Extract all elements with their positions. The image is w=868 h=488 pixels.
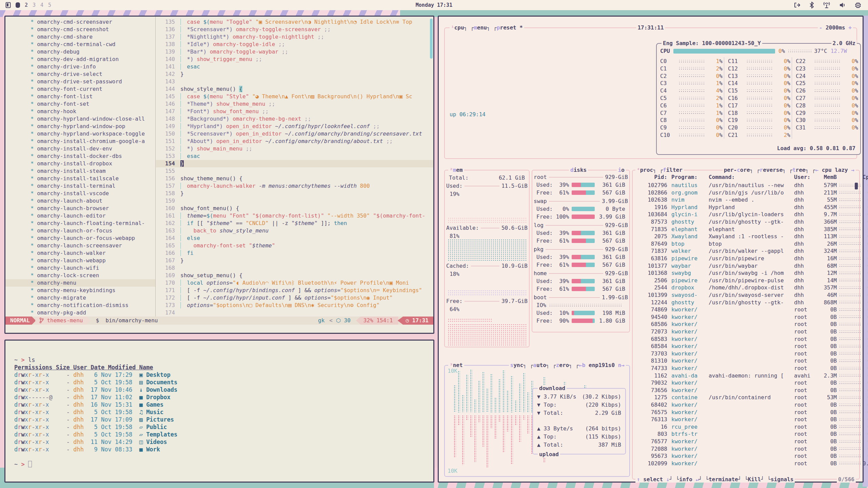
file-list-item[interactable]: * omarchy-hyprland-window-pop xyxy=(5,123,155,130)
code-line[interactable]: 152▏ *) show_main_menu ;; xyxy=(156,145,433,152)
ls-file-row[interactable]: drwxr-xr-x - dhh 6 Nov 17:29 ▣ Desktop xyxy=(14,371,433,379)
file-list-item[interactable]: * omarchy-install-dev-env xyxy=(5,145,155,152)
editor-scrollbar[interactable] xyxy=(430,19,433,59)
process-row[interactable]: 76577kworker/root0B0.0 xyxy=(636,438,854,445)
code-line[interactable]: 154} xyxy=(156,160,433,167)
code-line[interactable]: 173▏ options="$options\n▢ Defaults\n▤ DN… xyxy=(156,302,433,309)
prompt-line-empty[interactable]: ~ > xyxy=(14,461,433,468)
file-list-item[interactable]: * omarchy-drive-set-password xyxy=(5,78,155,85)
code-line[interactable]: 139▏ *Bar*) omarchy-toggle-waybar ;; xyxy=(156,48,433,56)
code-line[interactable]: 163▏ back_to show_style_menu xyxy=(156,227,433,235)
file-list-item[interactable]: * omarchy-cmd-terminal-cwd xyxy=(5,41,155,48)
code-line[interactable]: 166▏ fi xyxy=(156,249,433,257)
process-row[interactable]: 87649btopbtopdhh26M0.0 xyxy=(636,241,854,247)
process-row[interactable]: 68586kworker/root0B0.0 xyxy=(636,321,854,327)
file-list-item[interactable]: * omarchy-hyprland-workspace-toggle xyxy=(5,130,155,138)
process-row[interactable]: 101368swaybg/usr/bin/swaybg -i /homdhh12… xyxy=(636,270,854,276)
file-list-item[interactable]: * omarchy-font-set xyxy=(5,100,155,108)
file-list-item[interactable]: * omarchy-migrate xyxy=(5,294,155,302)
code-line[interactable]: 142} xyxy=(156,70,433,78)
code-line[interactable]: 138▏ *Idle*) omarchy-toggle-idle ;; xyxy=(156,41,433,48)
process-row[interactable]: 102866org.gnom/usr/bin/gjs /usr/lib/odhh… xyxy=(636,189,854,196)
code-line[interactable]: 146▏ *Theme*) show_theme_menu ;; xyxy=(156,100,433,108)
file-list-item[interactable]: * omarchy-install-vscode xyxy=(5,190,155,197)
ls-file-row[interactable]: drwx------@ - dhh 17 Nov 11:02 ■ Dropbox xyxy=(14,393,433,401)
code-line[interactable]: 141▏ esac xyxy=(156,63,433,70)
process-row[interactable]: 16rcu_preeroot0B0.0 xyxy=(636,424,854,430)
proc-footer-left[interactable]: ↑ select ↓┘ └info ↵┘ └terminate┘ └Kill┘ … xyxy=(635,476,795,483)
process-row[interactable]: 71835elephantelephantdhh385M0.0 xyxy=(636,226,854,232)
refresh-interval[interactable]: - 2000ms + xyxy=(818,24,853,31)
code-line[interactable]: 143 xyxy=(156,78,433,85)
file-list-item[interactable]: * omarchy-menu xyxy=(5,279,155,287)
file-list-item[interactable]: * omarchy-install-steam xyxy=(5,167,155,175)
file-list-item[interactable]: * omarchy-debug xyxy=(5,48,155,56)
process-row[interactable]: 1275containe/usr/bin/containerdroot53M0.… xyxy=(636,394,854,401)
process-row[interactable]: 68583kworker/root0B0.0 xyxy=(636,336,854,342)
file-list-item[interactable]: * omarchy-notification-dismiss xyxy=(5,302,155,309)
file-list-item[interactable]: * omarchy-launch-editor xyxy=(5,212,155,220)
ls-file-row[interactable]: drwxr-xr-x - dhh 17 Nov 17:09 ▨ Pictures xyxy=(14,416,433,423)
process-row[interactable]: 1916HyprlandHyprlanddhh455M0.2 xyxy=(636,204,854,210)
code-line[interactable]: 159 xyxy=(156,197,433,205)
ls-file-row[interactable]: drwxr-xr-x - dhh 5 Oct 19:58 ▱ Public xyxy=(14,423,433,431)
file-list-item[interactable]: * omarchy-lock-screen xyxy=(5,272,155,279)
ls-file-row[interactable]: drwxr-xr-x - dhh 9 Nov 08:33 ■ Work xyxy=(14,446,433,453)
process-row[interactable]: 63816pipewire/usr/bin/pipewiredhh16M0.0 xyxy=(636,255,854,262)
code-pane[interactable]: 135▏ case $(menu "Toggle" "▣ Screensaver… xyxy=(156,17,433,317)
code-line[interactable]: 170▏ local options="◖ Audio\n◠ Wifi\nᛒ B… xyxy=(156,279,433,287)
code-line[interactable]: 144show_style_menu() { xyxy=(156,85,433,93)
process-row[interactable]: 12244ghostty/usr/bin/ghostty --gtk-dhh86… xyxy=(636,299,854,306)
proc-scrollbar[interactable] xyxy=(855,183,858,189)
file-list-item[interactable]: * omarchy-launch-or-focus xyxy=(5,227,155,235)
code-line[interactable]: 147▏ *Font*) show_font_menu ;; xyxy=(156,108,433,115)
process-row[interactable]: 2506pipewire/usr/bin/pipewire-pulsedhh14… xyxy=(636,277,854,284)
mem-box-title[interactable]: ²mem xyxy=(448,167,464,173)
cpu-box-tabs[interactable]: ¹cpu┐ ┌menu┐ ┌preset * xyxy=(450,24,524,31)
process-row[interactable]: 81310kworker/root0B0.0 xyxy=(636,358,854,364)
file-list-item[interactable]: * omarchy-hook xyxy=(5,108,155,115)
code-line[interactable]: 156show_theme_menu() { xyxy=(156,175,433,182)
process-row[interactable]: 94540kworker/root0B0.0 xyxy=(636,314,854,320)
file-list-item[interactable]: * omarchy-launch-webapp xyxy=(5,257,155,264)
ls-file-row[interactable]: drwxr-xr-x - dhh 11 Nov 14:29 ◫ Videos xyxy=(14,438,433,446)
file-list-item[interactable]: * omarchy-cmd-share xyxy=(5,33,155,41)
terminal-output[interactable]: ~ > lsPermissions Size User Date Modifie… xyxy=(5,341,433,468)
process-row[interactable]: 2544dropbox/home/dhh/.dropbox-distdhh357… xyxy=(636,284,854,291)
code-line[interactable]: 168 xyxy=(156,264,433,272)
code-line[interactable]: 150▏ *Screensaver*) open_in_editor ~/.co… xyxy=(156,130,433,138)
ls-file-row[interactable]: drwxr-xr-x - dhh 16 Nov 15:31 ■ Games xyxy=(14,401,433,408)
process-row[interactable]: 1162avahi-daavahi-daemon: running [avahi… xyxy=(636,372,854,379)
code-line[interactable]: 160show_font_menu() { xyxy=(156,205,433,212)
code-line[interactable]: 162▏ if [[ "$theme" == "CNCLD" || -z "$t… xyxy=(156,220,433,227)
file-list-item[interactable]: * omarchy-dev-add-migration xyxy=(5,56,155,63)
code-line[interactable]: 151▏ *About*) open_in_editor ~/.config/o… xyxy=(156,138,433,145)
ls-file-row[interactable]: drwxr-xr-x - dhh 5 Oct 19:58 ▱ Templates xyxy=(14,431,433,438)
proc-header-row[interactable]: Pid: Program: Command: User: MemB Cpu% ↑ xyxy=(636,174,854,180)
process-row[interactable]: 803btrfs-trroot0B0.0 xyxy=(636,431,854,437)
io-tab[interactable]: io xyxy=(617,167,626,173)
code-line[interactable]: 140▏ *) show_trigger_menu ;; xyxy=(156,56,433,63)
ls-file-row[interactable]: drwxr-xr-x - dhh 5 Oct 19:58 ▤ Documents xyxy=(14,379,433,386)
file-list-item[interactable]: * omarchy-pkg-add xyxy=(5,309,155,317)
process-row[interactable]: 103684glycin-i/usr/lib/glycin-loadersdhh… xyxy=(636,211,854,218)
file-list-item[interactable]: * omarchy-launch-wifi xyxy=(5,264,155,272)
code-line[interactable]: 137▏ *Nightlight*) omarchy-toggle-nightl… xyxy=(156,33,433,41)
code-line[interactable]: 145▏ case $(menu "Style" "◕ Theme\n▲ Fon… xyxy=(156,93,433,100)
file-list-item[interactable]: * omarchy-cmd-screenshot xyxy=(5,26,155,33)
file-list-item[interactable]: * omarchy-launch-about xyxy=(5,197,155,205)
code-line[interactable]: 172▏ [ -f ~/.config/hypr/input.conf ] &&… xyxy=(156,294,433,302)
file-list-item[interactable]: * omarchy-install-terminal xyxy=(5,182,155,190)
file-list-item[interactable]: * omarchy-install-chromium-google-a xyxy=(5,138,155,145)
process-row[interactable]: 101377waybar/usr/bin/waybardhh68M0.0 xyxy=(636,263,854,269)
process-row[interactable]: 102638nvimnvim --embed .dhh55M0.0 xyxy=(636,197,854,203)
code-line[interactable]: 158} xyxy=(156,190,433,197)
process-row[interactable]: 68584kworker/root0B0.0 xyxy=(636,343,854,349)
code-line[interactable]: 157▏ omarchy-launch-walker -m menus:omar… xyxy=(156,182,433,190)
process-row[interactable]: 79032kworker/root0B0.0 xyxy=(636,380,854,386)
code-line[interactable]: 153▏ esac xyxy=(156,152,433,160)
ls-file-row[interactable]: drwxr-xr-x - dhh 17 Nov 10:46 ↓ Download… xyxy=(14,386,433,393)
file-list-item[interactable]: * omarchy-launch-walker xyxy=(5,249,155,257)
net-tabs[interactable]: sync┐ ┌auto┐ ┌zero┐ ┌←b enp191s0 n→ xyxy=(509,362,626,368)
file-list-item[interactable]: * omarchy-launch-browser xyxy=(5,205,155,212)
